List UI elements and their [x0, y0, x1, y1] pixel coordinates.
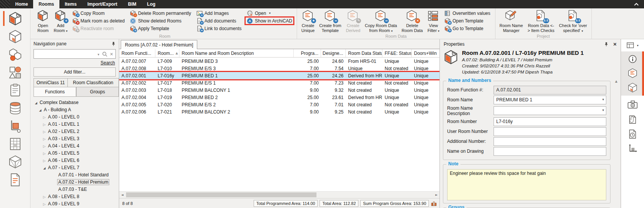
tab-omniclass-11[interactable]: OmniClass 11 [34, 78, 68, 87]
tree-item-complex-database[interactable]: Complex Database [30, 99, 119, 106]
sidebar-rooms-button[interactable] [0, 10, 30, 27]
check-for-over-specified-button[interactable]: 1:1Check for 'overspecified'▾ [557, 9, 589, 34]
column-header-designe[interactable]: Designe... [321, 49, 346, 57]
name-on-drawing-input[interactable] [494, 147, 606, 156]
menu-tab-rooms[interactable]: Rooms [33, 0, 59, 8]
open-button[interactable]: Open▾ [246, 10, 293, 16]
column-header-ff-e-status[interactable]: FF&E: Status [382, 49, 412, 57]
clear-search-icon[interactable] [110, 51, 113, 57]
menu-tab-import-export[interactable]: Import/Export [82, 0, 123, 8]
create-unique-button[interactable]: ★CreateUnique [299, 9, 316, 34]
measurements-button[interactable] [628, 144, 638, 154]
expand-icon[interactable] [42, 143, 47, 149]
scroll-left-icon[interactable] [119, 192, 125, 198]
show-in-archicad-button[interactable]: Show in ArchiCAD [246, 18, 293, 24]
tree-item-a-07-level-7[interactable]: A.07 - LEVEL 7 [30, 164, 119, 171]
tree-item-a-09-level-9[interactable]: A.09 - LEVEL 9 [30, 200, 119, 207]
room-number-input[interactable]: L7-016y [494, 117, 606, 126]
go-to-template-button[interactable]: ↻Go to Template [443, 25, 491, 32]
show-deleted-rooms-button[interactable]: Show deleted Rooms [129, 18, 192, 24]
room-function-input[interactable]: A.07.02.001 [494, 86, 606, 94]
properties-scrollbar[interactable] [614, 78, 619, 205]
search-dropdown-icon[interactable] [97, 51, 99, 57]
scroll-up-icon[interactable] [615, 78, 617, 205]
apply-template-button[interactable]: ≡Apply Template [129, 25, 192, 32]
close-icon[interactable] [613, 41, 617, 47]
create-derived-button[interactable]: ✎CreateDerived [344, 9, 362, 34]
additional-number-input[interactable] [494, 137, 606, 146]
table-row[interactable]: A.07.02.005L7-020PREMIUM E/S 27.007.01No… [119, 101, 439, 108]
delete-room-permanently-button[interactable]: −Delete Room permanently [129, 10, 192, 16]
menu-tab-bim[interactable]: BIM [123, 0, 142, 8]
tree-item-a-06-level-6[interactable]: A.06 - LEVEL 6 [30, 157, 119, 164]
table-row[interactable]: A.07.02.002L7-017PREMIUM E/S 17.007.23No… [119, 79, 439, 86]
collapse-icon[interactable] [38, 107, 43, 112]
menu-tab-log[interactable]: Log [142, 0, 161, 8]
add-filter-button[interactable]: Add filter... [34, 67, 116, 77]
column-header-room-data-status[interactable]: Room Data Status [346, 49, 382, 57]
column-header-doors-win[interactable]: Doors+Win [412, 49, 440, 57]
ribbon-collapse-button[interactable] [633, 0, 639, 8]
expand-icon[interactable] [42, 158, 47, 163]
expand-icon[interactable] [42, 136, 47, 141]
open-template-button[interactable]: ≡Open Template [443, 18, 491, 24]
table-row[interactable]: A.07.02.003L7-018PREMIUM BALCONY 19.009.… [119, 86, 439, 94]
tab-functions[interactable]: Functions [34, 87, 76, 97]
open-room-button[interactable]: OpenRoom [35, 9, 51, 34]
table-row[interactable]: A.07.02.008L7-010PREMIUM E/S 37.007.54Un… [119, 65, 439, 72]
horizontal-scrollbar[interactable] [119, 191, 439, 198]
sidebar-database-button[interactable] [0, 99, 30, 117]
menu-tab-home[interactable]: Home [10, 0, 33, 8]
tree-item-a-07-03-t-e[interactable]: A.07.03 - T&E [30, 186, 119, 193]
tree-item-a-07-01-hotel-standard[interactable]: A.07.01 - Hotel Standard [30, 171, 119, 178]
add-images-button[interactable]: +Add Images [195, 10, 243, 16]
table-row[interactable]: A.07.02.001L7-016yPREMIUM BED 125.0024.2… [119, 72, 439, 79]
delete-room-data-button[interactable]: ×DeleteRoom Data [400, 9, 425, 34]
column-header-room-name-and-room-description[interactable]: Room Name and Room Description [179, 49, 294, 57]
rooms-tab[interactable]: Rooms [A.07.02 - Hotel Premium] [121, 40, 197, 49]
room-data-sheet-button[interactable] [628, 68, 638, 78]
reactivate-room-button[interactable]: ↻Reactivate room [71, 25, 126, 32]
sidebar-items-button[interactable] [0, 45, 30, 63]
link-to-documents-button[interactable]: ∞Link to documents [195, 25, 243, 32]
search-input[interactable] [34, 49, 116, 59]
tree-item-a-05-level-5[interactable]: A.05 - LEVEL 5 [30, 149, 119, 157]
scroll-right-icon[interactable] [433, 192, 439, 198]
sidebar-logistics-button[interactable] [0, 117, 30, 135]
tab-groups[interactable]: Groups [76, 87, 119, 97]
tree-item-a-07-02-hotel-premium[interactable]: A.07.02 - Hotel Premium [30, 178, 119, 186]
expand-icon[interactable] [42, 122, 47, 127]
copy-room-button[interactable]: =Copy Room [71, 10, 126, 16]
sidebar-spaces-button[interactable] [0, 27, 30, 45]
mark-room-as-deleted-button[interactable]: ×Mark room as deleted [71, 18, 126, 24]
sidebar-documents-button[interactable] [0, 81, 30, 99]
column-header-room-functi[interactable]: Room Functi... [119, 49, 155, 57]
expand-icon[interactable] [42, 201, 47, 206]
note-input[interactable]: Engineer please review this space for he… [447, 169, 606, 200]
add-documents-button[interactable]: +Add documents [195, 18, 243, 24]
expand-icon[interactable] [42, 150, 47, 156]
table-row[interactable]: A.07.02.007L7-009PREMIUM BED 325.0024.60… [119, 58, 439, 65]
room-model-button[interactable] [628, 83, 638, 93]
room-data-item-checks-button[interactable]: 1:1Room Data <-> Item Checks [526, 9, 556, 34]
scrollbar-thumb[interactable] [126, 192, 316, 197]
room-name-input[interactable]: PREMIUM BED 1 [494, 96, 606, 104]
expand-icon[interactable] [42, 114, 47, 120]
history-button[interactable] [628, 129, 638, 139]
tree-item-a-building-a[interactable]: A - Building A [30, 106, 119, 113]
layout-selector-button[interactable]: ▾ [621, 39, 644, 51]
menu-tab-items[interactable]: Items [59, 0, 82, 8]
sidebar-reports-button[interactable] [0, 171, 30, 189]
tree-item-a-03-level-3[interactable]: A.03 - LEVEL 3 [30, 135, 119, 142]
view-filter-button[interactable]: ViewFilter▾ [425, 9, 441, 34]
pin-icon[interactable] [111, 42, 116, 46]
tree-item-a-00-level-0[interactable]: A.00 - LEVEL 0 [30, 113, 119, 120]
sidebar-buildings-button[interactable] [0, 135, 30, 153]
sidebar-packages-button[interactable] [0, 153, 30, 171]
pin-icon[interactable] [604, 42, 609, 46]
column-header-room[interactable]: Room...▲ [155, 49, 179, 57]
area-chart-icon[interactable] [431, 201, 436, 206]
attachments-button[interactable] [628, 115, 638, 125]
room-name-description-input[interactable] [494, 106, 606, 115]
column-header-progra[interactable]: Progra... [294, 49, 321, 57]
